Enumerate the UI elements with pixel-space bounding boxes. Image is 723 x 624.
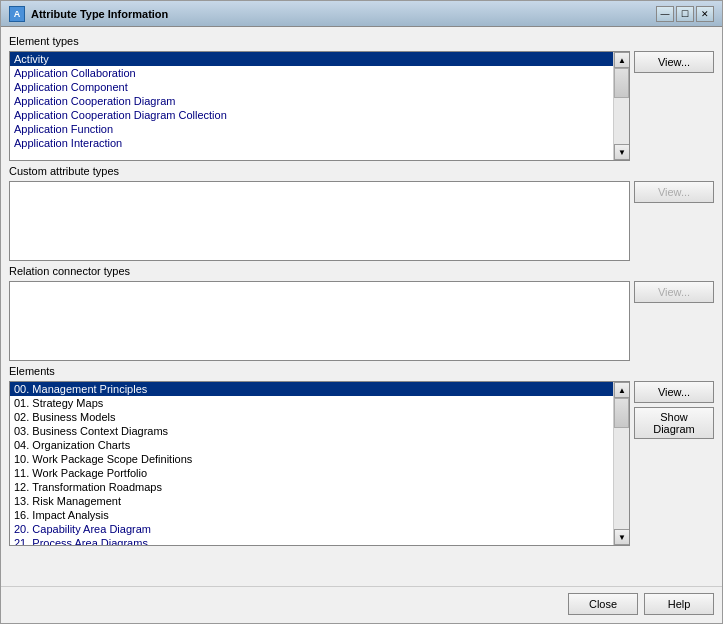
element-types-body: Activity Application Collaboration Appli…	[9, 51, 714, 161]
element-types-section: Element types Activity Application Colla…	[9, 35, 714, 161]
list-item[interactable]: 10. Work Package Scope Definitions	[10, 452, 613, 466]
elements-scroll-down[interactable]: ▼	[614, 529, 630, 545]
scroll-down-arrow[interactable]: ▼	[614, 144, 630, 160]
scroll-thumb[interactable]	[614, 68, 629, 98]
window-title: Attribute Type Information	[31, 8, 168, 20]
list-item[interactable]: 20. Capability Area Diagram	[10, 522, 613, 536]
list-item[interactable]: Application Interaction	[10, 136, 613, 150]
elements-side-buttons: View... Show Diagram	[634, 381, 714, 578]
elements-section: Elements 00. Management Principles 01. S…	[9, 365, 714, 578]
scroll-thumb-area	[614, 68, 629, 144]
title-buttons: — ☐ ✕	[656, 6, 714, 22]
custom-attribute-section: Custom attribute types View...	[9, 165, 714, 261]
relation-connector-list[interactable]	[10, 282, 629, 360]
close-footer-button[interactable]: Close	[568, 593, 638, 615]
title-bar: A Attribute Type Information — ☐ ✕	[1, 1, 722, 27]
element-types-scrollbar: ▲ ▼	[613, 52, 629, 160]
list-item[interactable]: 02. Business Models	[10, 410, 613, 424]
content-area: Element types Activity Application Colla…	[1, 27, 722, 586]
elements-label: Elements	[9, 365, 714, 377]
custom-attribute-label: Custom attribute types	[9, 165, 714, 177]
list-item[interactable]: Activity	[10, 52, 613, 66]
list-item[interactable]: 00. Management Principles	[10, 382, 613, 396]
list-item[interactable]: Application Cooperation Diagram	[10, 94, 613, 108]
list-item[interactable]: 04. Organization Charts	[10, 438, 613, 452]
show-diagram-button[interactable]: Show Diagram	[634, 407, 714, 439]
relation-connector-view-button[interactable]: View...	[634, 281, 714, 303]
elements-body: 00. Management Principles 01. Strategy M…	[9, 381, 714, 578]
minimize-button[interactable]: —	[656, 6, 674, 22]
relation-connector-label: Relation connector types	[9, 265, 714, 277]
list-item[interactable]: 21. Process Area Diagrams	[10, 536, 613, 545]
list-item[interactable]: 11. Work Package Portfolio	[10, 466, 613, 480]
custom-attribute-view-button[interactable]: View...	[634, 181, 714, 203]
list-item[interactable]: 12. Transformation Roadmaps	[10, 480, 613, 494]
custom-attribute-body: View...	[9, 181, 714, 261]
elements-view-button[interactable]: View...	[634, 381, 714, 403]
relation-connector-side-buttons: View...	[634, 281, 714, 361]
relation-connector-body: View...	[9, 281, 714, 361]
relation-connector-section: Relation connector types View...	[9, 265, 714, 361]
title-bar-left: A Attribute Type Information	[9, 6, 168, 22]
elements-scroll-thumb-area	[614, 398, 629, 529]
list-item[interactable]: Application Collaboration	[10, 66, 613, 80]
list-item[interactable]: Application Component	[10, 80, 613, 94]
list-item[interactable]: 03. Business Context Diagrams	[10, 424, 613, 438]
list-item[interactable]: 16. Impact Analysis	[10, 508, 613, 522]
window-icon: A	[9, 6, 25, 22]
element-types-side-buttons: View...	[634, 51, 714, 161]
list-item[interactable]: Application Cooperation Diagram Collecti…	[10, 108, 613, 122]
footer: Close Help	[1, 586, 722, 623]
custom-attribute-list[interactable]	[10, 182, 629, 260]
elements-scrollbar: ▲ ▼	[613, 382, 629, 545]
elements-scroll-up[interactable]: ▲	[614, 382, 630, 398]
elements-list[interactable]: 00. Management Principles 01. Strategy M…	[10, 382, 613, 545]
list-item[interactable]: Application Function	[10, 122, 613, 136]
element-types-label: Element types	[9, 35, 714, 47]
element-types-list[interactable]: Activity Application Collaboration Appli…	[10, 52, 613, 160]
custom-attribute-side-buttons: View...	[634, 181, 714, 261]
scroll-up-arrow[interactable]: ▲	[614, 52, 630, 68]
list-item[interactable]: 01. Strategy Maps	[10, 396, 613, 410]
elements-scroll-thumb[interactable]	[614, 398, 629, 428]
close-button[interactable]: ✕	[696, 6, 714, 22]
restore-button[interactable]: ☐	[676, 6, 694, 22]
main-window: A Attribute Type Information — ☐ ✕ Eleme…	[0, 0, 723, 624]
help-button[interactable]: Help	[644, 593, 714, 615]
list-item[interactable]: 13. Risk Management	[10, 494, 613, 508]
element-types-view-button[interactable]: View...	[634, 51, 714, 73]
